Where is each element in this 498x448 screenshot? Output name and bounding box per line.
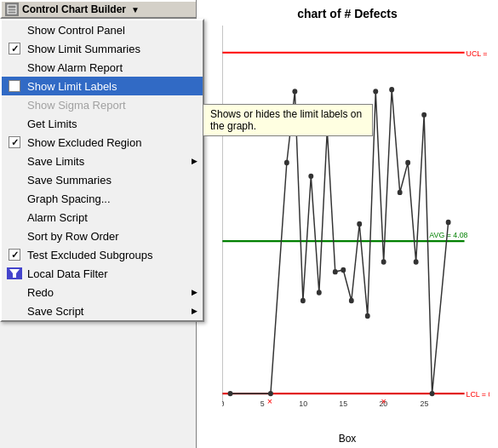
data-point	[317, 290, 322, 295]
title-bar-arrow[interactable]: ▼	[131, 5, 140, 14]
menu-label-save-script: Save Script	[27, 305, 83, 318]
menu-item-show-limit-summaries[interactable]: ✓ Show Limit Summaries	[2, 39, 203, 58]
menu-label-local-data-filter: Local Data Filter	[27, 267, 108, 280]
data-point	[341, 267, 346, 273]
menu-label-show-excluded-region: Show Excluded Region	[27, 136, 141, 149]
data-point	[381, 259, 386, 264]
check-box-excluded-region: ✓	[9, 136, 20, 148]
data-point	[333, 269, 338, 274]
menu-item-show-limit-labels[interactable]: ✓ Show Limit Labels	[2, 77, 203, 95]
check-icon-limit-labels: ✓	[5, 77, 24, 95]
data-point	[292, 89, 297, 94]
menu-item-test-excluded-subgroups[interactable]: ✓ Test Excluded Subgroups	[2, 245, 203, 264]
data-point	[430, 391, 435, 396]
svg-text:0: 0	[222, 399, 224, 408]
data-point	[398, 190, 403, 195]
menu-label-show-alarm-report: Show Alarm Report	[27, 61, 123, 74]
check-icon-limit-summaries: ✓	[5, 39, 24, 58]
title-bar-icon	[5, 3, 19, 16]
chart-area: chart of # Defects UCL = 10.14 AVG = 4.0…	[196, 0, 498, 448]
menu-item-save-script[interactable]: Save Script	[2, 302, 203, 320]
svg-rect-0	[8, 5, 16, 14]
data-point	[373, 89, 378, 94]
avg-label: AVG = 4.08	[429, 231, 467, 239]
menu-item-graph-spacing[interactable]: Graph Spacing...	[2, 189, 203, 208]
menu-label-alarm-script: Alarm Script	[27, 211, 88, 224]
menu-label-test-excluded-subgroups: Test Excluded Subgroups	[27, 249, 152, 261]
data-point	[308, 174, 313, 179]
menu-item-alarm-script[interactable]: Alarm Script	[2, 208, 203, 227]
check-box-test-excluded: ✓	[9, 249, 20, 261]
chart-svg-container: UCL = 10.14 AVG = 4.08 LCL = 0.00 0 2 4 …	[222, 26, 489, 422]
main-container: Control Chart Builder ▼ Show Control Pan…	[0, 0, 498, 448]
data-point	[389, 87, 394, 92]
menu-label-show-sigma-report: Show Sigma Report	[27, 99, 126, 112]
menu-label-graph-spacing: Graph Spacing...	[27, 192, 111, 205]
data-point	[228, 391, 233, 396]
local-data-filter-icon	[5, 264, 24, 283]
data-point	[446, 220, 451, 225]
data-point	[301, 298, 306, 303]
tooltip-text: Shows or hides the limit labels on the g…	[210, 108, 362, 132]
menu-item-save-limits[interactable]: Save Limits	[2, 152, 203, 170]
menu-item-get-limits[interactable]: Get Limits	[2, 114, 203, 133]
data-point	[365, 313, 370, 319]
data-point	[414, 259, 419, 264]
data-point	[357, 221, 362, 227]
data-point	[284, 160, 289, 165]
dropdown-menu: Show Control Panel ✓ Show Limit Summarie…	[0, 19, 204, 322]
lcl-label: LCL = 0.00	[467, 390, 489, 399]
menu-label-get-limits: Get Limits	[27, 118, 77, 130]
menu-label-save-summaries: Save Summaries	[27, 174, 112, 187]
menu-label-sort-by-row-order: Sort by Row Order	[27, 230, 119, 243]
menu-item-redo[interactable]: Redo	[2, 283, 203, 302]
check-box-limit-labels: ✓	[9, 80, 20, 92]
menu-item-show-control-panel[interactable]: Show Control Panel	[2, 20, 203, 39]
chart-title: chart of # Defects	[197, 0, 498, 24]
menu-item-local-data-filter[interactable]: Local Data Filter	[2, 264, 203, 283]
svg-text:10: 10	[299, 399, 307, 408]
menu-label-redo: Redo	[27, 286, 54, 299]
data-point	[405, 160, 410, 165]
tooltip-box: Shows or hides the limit labels on the g…	[203, 104, 373, 136]
check-icon-excluded-region: ✓	[5, 133, 24, 152]
svg-text:5: 5	[260, 399, 265, 408]
check-icon-test-excluded: ✓	[5, 245, 24, 264]
menu-item-sort-by-row-order[interactable]: Sort by Row Order	[2, 227, 203, 245]
menu-label-save-limits: Save Limits	[27, 155, 84, 168]
title-bar-text: Control Chart Builder	[22, 3, 126, 15]
menu-item-show-alarm-report[interactable]: Show Alarm Report	[2, 58, 203, 77]
menu-item-show-excluded-region[interactable]: ✓ Show Excluded Region	[2, 133, 203, 152]
svg-text:25: 25	[421, 399, 429, 408]
svg-text:15: 15	[339, 399, 347, 408]
x-axis-label: Box	[197, 433, 498, 445]
chart-svg: UCL = 10.14 AVG = 4.08 LCL = 0.00 0 2 4 …	[222, 26, 489, 422]
data-point	[421, 112, 426, 118]
red-marker: ×	[381, 395, 386, 405]
check-box-limit-summaries: ✓	[9, 43, 20, 55]
menu-label-show-limit-summaries: Show Limit Summaries	[27, 43, 140, 55]
ucl-label: UCL = 10.14	[467, 49, 489, 58]
menu-label-show-control-panel: Show Control Panel	[27, 24, 125, 37]
menu-item-show-sigma-report[interactable]: Show Sigma Report	[2, 95, 203, 114]
red-marker: ×	[267, 395, 272, 405]
menu-item-save-summaries[interactable]: Save Summaries	[2, 170, 203, 189]
data-point	[349, 298, 354, 303]
menu-label-show-limit-labels: Show Limit Labels	[27, 80, 117, 93]
